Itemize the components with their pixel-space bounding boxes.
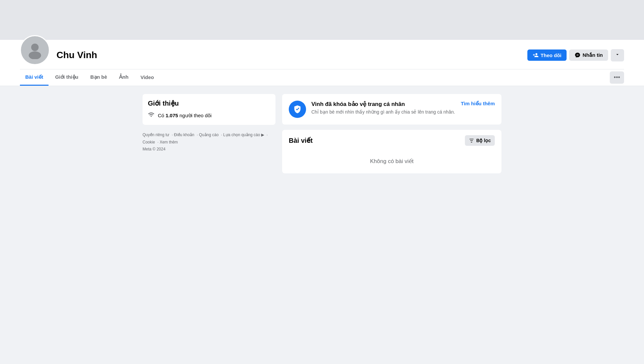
profile-name: Chu Vinh [56, 50, 527, 60]
nav-tabs: Bài viết Giới thiệu Bạn bè Ảnh Video [20, 69, 610, 86]
svg-point-1 [29, 51, 41, 59]
footer-link-ad-choices[interactable]: Lựa chọn quảng cáo ▶ [223, 133, 264, 137]
footer-link-privacy[interactable]: Quyền riêng tư [143, 133, 169, 137]
intro-title: Giới thiệu [148, 99, 270, 107]
footer-copyright: Meta © 2024 [143, 146, 275, 153]
no-posts-label: Không có bài viết [289, 151, 495, 168]
nav-more-button[interactable]: ••• [610, 71, 624, 84]
learn-more-button[interactable]: Tìm hiểu thêm [461, 101, 495, 107]
right-column: Vinh đã khóa bảo vệ trang cá nhân Chỉ bạ… [282, 94, 501, 173]
filter-icon [469, 138, 474, 143]
shield-icon [293, 105, 302, 114]
follow-icon [533, 52, 539, 58]
profile-header: Chu Vinh Theo dõi Nhắn tin [0, 40, 644, 86]
followers-row: Có 1.075 người theo dõi [148, 111, 270, 120]
tab-ban-be[interactable]: Bạn bè [85, 69, 113, 86]
profile-actions: Theo dõi Nhắn tin [527, 49, 624, 61]
locked-text: Vinh đã khóa bảo vệ trang cá nhân Chỉ bạ… [311, 101, 455, 116]
filter-button[interactable]: Bộ lọc [465, 135, 495, 146]
posts-section: Bài viết Bộ lọc Không có bài viết [282, 130, 501, 173]
footer-link-terms[interactable]: Điều khoản [174, 133, 194, 137]
profile-nav: Bài viết Giới thiệu Bạn bè Ảnh Video ••• [20, 69, 624, 86]
followers-icon [148, 111, 155, 120]
posts-header: Bài viết Bộ lọc [289, 135, 495, 146]
message-button[interactable]: Nhắn tin [569, 49, 608, 61]
tab-bai-viet[interactable]: Bài viết [20, 69, 49, 86]
locked-description: Chỉ bạn bè mới nhìn thấy những gì anh ấy… [311, 109, 455, 116]
main-content: Giới thiệu Có 1.075 người theo dõi Quyền… [123, 94, 521, 173]
footer-link-cookie[interactable]: Cookie [143, 140, 155, 144]
tab-anh[interactable]: Ảnh [114, 69, 134, 86]
svg-point-0 [31, 44, 39, 51]
locked-title: Vinh đã khóa bảo vệ trang cá nhân [311, 101, 455, 108]
more-button[interactable] [611, 49, 624, 61]
footer-link-ads[interactable]: Quảng cáo [199, 133, 219, 137]
tab-gioi-thieu[interactable]: Giới thiệu [50, 69, 84, 86]
footer-link-more[interactable]: Xem thêm [160, 140, 178, 144]
intro-card: Giới thiệu Có 1.075 người theo dõi [143, 94, 275, 125]
footer-links: Quyền riêng tư · Điều khoản · Quảng cáo … [143, 132, 275, 153]
profile-info-row: Chu Vinh Theo dõi Nhắn tin [20, 40, 624, 69]
messenger-icon [575, 52, 581, 58]
avatar [20, 35, 50, 65]
tab-video[interactable]: Video [135, 69, 160, 86]
followers-text: Có 1.075 người theo dõi [158, 113, 212, 119]
posts-title: Bài viết [289, 136, 313, 144]
shield-icon-wrapper [289, 101, 306, 118]
follow-button[interactable]: Theo dõi [527, 49, 567, 61]
cover-photo [0, 0, 644, 40]
chevron-down-icon [615, 52, 620, 57]
locked-card: Vinh đã khóa bảo vệ trang cá nhân Chỉ bạ… [282, 94, 501, 125]
avatar-icon [26, 41, 44, 60]
left-column: Giới thiệu Có 1.075 người theo dõi Quyền… [143, 94, 275, 173]
